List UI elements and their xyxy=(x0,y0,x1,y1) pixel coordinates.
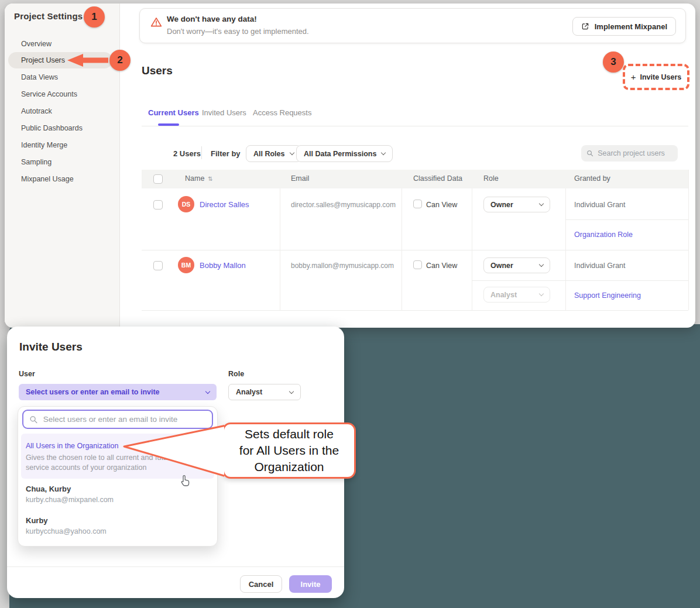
chevron-down-icon xyxy=(539,201,544,206)
dialog-footer-divider xyxy=(7,566,344,567)
column-header-role: Role xyxy=(483,174,499,183)
search-input[interactable] xyxy=(598,149,672,157)
annotation-arrow-icon xyxy=(66,53,109,68)
invite-button[interactable]: Invite xyxy=(289,575,332,593)
option-user[interactable]: Kurby xyxy=(26,516,48,525)
sidebar-item-sampling[interactable]: Sampling xyxy=(8,154,112,170)
project-users-search[interactable] xyxy=(581,145,678,162)
select-all-checkbox[interactable] xyxy=(153,174,163,184)
chevron-down-icon xyxy=(539,291,544,296)
option-user[interactable]: Chua, Kurby xyxy=(26,485,71,493)
tab-invited-users[interactable]: Invited Users xyxy=(202,108,246,117)
role-select-dropdown[interactable]: Analyst xyxy=(228,384,301,400)
user-name-link[interactable]: Director Salles xyxy=(200,200,249,209)
search-icon xyxy=(586,149,593,157)
granted-by-link[interactable]: Support Engineering xyxy=(574,291,641,300)
user-name-link[interactable]: Bobby Mallon xyxy=(200,261,246,270)
sub-row-divider xyxy=(565,219,688,220)
step-1-badge: 1 xyxy=(84,6,105,28)
roles-filter-dropdown[interactable]: All Roles xyxy=(246,145,301,162)
option-all-users[interactable]: All Users in the Organization xyxy=(26,442,118,450)
column-header-granted-by: Granted by xyxy=(574,174,610,183)
role-dropdown[interactable]: Owner xyxy=(483,197,550,212)
row-checkbox[interactable] xyxy=(153,200,163,209)
role-field-label: Role xyxy=(228,370,244,378)
avatar: DS xyxy=(178,196,194,212)
chevron-down-icon xyxy=(289,150,294,155)
sidebar-title: Project Settings xyxy=(14,11,83,21)
column-divider xyxy=(280,188,280,310)
can-view-label: Can View xyxy=(426,262,457,270)
can-view-label: Can View xyxy=(426,201,457,209)
option-user-email: kurbycchua@yahoo.com xyxy=(26,527,107,535)
column-header-email: Email xyxy=(291,174,309,183)
external-link-icon xyxy=(581,22,589,30)
sort-icon[interactable]: ⇅ xyxy=(208,176,212,182)
chevron-down-icon xyxy=(289,389,294,393)
no-data-banner: We don't have any data! Don't worry—it's… xyxy=(139,8,686,43)
plus-icon: + xyxy=(631,72,636,82)
sidebar-item-overview[interactable]: Overview xyxy=(8,36,112,52)
chevron-down-icon xyxy=(539,262,544,267)
row-divider xyxy=(142,250,688,250)
can-view-checkbox[interactable] xyxy=(413,200,422,208)
step-2-badge: 2 xyxy=(109,50,131,71)
granted-by-value: Individual Grant xyxy=(574,262,626,270)
user-select-dropdown[interactable]: Select users or enter an email to invite xyxy=(19,384,217,400)
sidebar-item-identity-merge[interactable]: Identity Merge xyxy=(8,137,112,153)
chevron-down-icon xyxy=(205,389,210,393)
sidebar-item-public-dashboards[interactable]: Public Dashboards xyxy=(8,120,112,136)
implement-mixpanel-button[interactable]: Implement Mixpanel xyxy=(572,17,676,36)
can-view-checkbox[interactable] xyxy=(413,260,422,269)
dialog-title: Invite Users xyxy=(19,341,83,353)
role-dropdown-disabled: Analyst xyxy=(483,287,550,303)
cancel-button[interactable]: Cancel xyxy=(240,575,282,593)
invite-users-button[interactable]: + Invite Users xyxy=(631,72,682,82)
column-header-classified-data: Classified Data xyxy=(413,174,462,183)
toolbar-divider xyxy=(201,146,202,159)
user-email: director.salles@mymusicapp.com xyxy=(291,201,396,209)
invite-users-highlight-box: + Invite Users xyxy=(623,64,689,90)
warning-icon xyxy=(150,16,162,28)
filter-by-label: Filter by xyxy=(211,149,241,158)
row-checkbox[interactable] xyxy=(153,261,163,270)
chevron-down-icon xyxy=(381,150,386,155)
user-count: 2 Users xyxy=(173,149,201,158)
callout-bubble: Sets default role for All Users in the O… xyxy=(222,422,356,479)
banner-title: We don't have any data! xyxy=(167,15,257,23)
sidebar-item-autotrack[interactable]: Autotrack xyxy=(8,103,112,119)
table-right-border xyxy=(688,170,689,310)
tabs-divider xyxy=(142,126,688,126)
user-field-label: User xyxy=(19,370,35,378)
callout-tail xyxy=(120,420,224,481)
search-icon xyxy=(29,415,38,424)
table-bottom-border xyxy=(142,310,688,311)
annotated-screenshot-canvas: Project Settings Overview Project Users … xyxy=(0,0,700,608)
step-3-badge: 3 xyxy=(603,51,624,73)
sidebar-item-service-accounts[interactable]: Service Accounts xyxy=(8,86,112,102)
hand-cursor-icon xyxy=(179,474,191,487)
column-divider xyxy=(472,188,472,310)
column-divider xyxy=(565,188,566,310)
page-title: Users xyxy=(142,64,173,77)
user-email: bobby.mallon@mymusicapp.com xyxy=(291,262,394,270)
data-permissions-filter-dropdown[interactable]: All Data Permissions xyxy=(296,145,393,162)
column-divider xyxy=(402,188,402,310)
column-header-name[interactable]: Name⇅ xyxy=(185,174,213,183)
banner-subtitle: Don't worry—it's easy to get implemented… xyxy=(167,27,309,36)
granted-by-value: Individual Grant xyxy=(574,201,626,209)
avatar: BM xyxy=(178,257,194,273)
granted-by-link[interactable]: Organization Role xyxy=(574,231,633,239)
option-user-email: kurby.chua@mixpanel.com xyxy=(26,496,114,504)
sidebar-item-mixpanel-usage[interactable]: Mixpanel Usage xyxy=(8,171,112,187)
role-dropdown[interactable]: Owner xyxy=(483,257,550,273)
tab-access-requests[interactable]: Access Requests xyxy=(253,108,311,117)
sidebar-item-data-views[interactable]: Data Views xyxy=(8,69,112,85)
tab-current-users[interactable]: Current Users xyxy=(148,108,199,117)
sub-row-divider xyxy=(472,280,688,281)
